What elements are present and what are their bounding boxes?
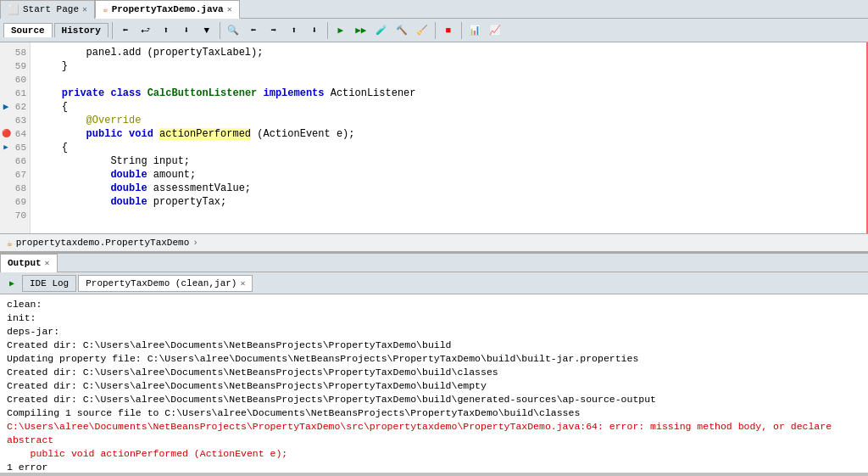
out-line-10: C:\Users\alree\Documents\NetBeansProject… [7, 420, 861, 447]
line-num-70: 70 [0, 209, 30, 222]
java-file-icon: ☕ [103, 3, 108, 14]
output-close-icon[interactable]: ✕ [45, 258, 50, 268]
breadcrumb-icon: ☕ [7, 238, 13, 249]
toolbar-btn-4[interactable]: ⬇ [177, 21, 196, 40]
output-tab-label: Output [8, 258, 42, 268]
property-tax-demo-label: PropertyTaxDemo (clean,jar) [86, 278, 236, 288]
tab-close-icon[interactable]: ✕ [82, 4, 87, 14]
out-line-6: Created dir: C:\Users\alree\Documents\Ne… [7, 366, 861, 379]
tab-property-tax-demo[interactable]: ☕ PropertyTaxDemo.java ✕ [95, 0, 240, 19]
output-tab[interactable]: Output ✕ [0, 254, 58, 272]
line-num-67: 67 [0, 168, 30, 182]
output-content[interactable]: clean: init: deps-jar: Created dir: C:\U… [0, 294, 868, 473]
separator-2 [220, 22, 220, 39]
separator [112, 22, 113, 39]
toolbar-btn-mem[interactable]: 📈 [486, 21, 504, 40]
tab-start-page[interactable]: ⬜ Start Page ✕ [0, 0, 95, 19]
line-num-58: 58 [0, 46, 30, 59]
line-num-65: ▶65 [0, 141, 30, 154]
property-tax-demo-tab[interactable]: PropertyTaxDemo (clean,jar) ✕ [78, 275, 253, 292]
separator-3 [327, 22, 328, 39]
breadcrumb-chevron-icon: › [192, 238, 198, 248]
code-line-67: double amount; [37, 168, 861, 182]
tab-bar: ⬜ Start Page ✕ ☕ PropertyTaxDemo.java ✕ [0, 0, 868, 19]
toolbar-btn-debug[interactable]: ▶▶ [352, 21, 370, 40]
line-num-63: 63 [0, 114, 30, 127]
tab-label: PropertyTaxDemo.java [112, 4, 224, 14]
out-line-3: deps-jar: [7, 325, 861, 339]
code-line-64: public void actionPerformed (ActionEvent… [37, 127, 861, 141]
toolbar-btn-stop[interactable]: ■ [439, 21, 458, 40]
out-line-1: clean: [7, 298, 861, 311]
code-line-65: { [37, 141, 861, 154]
out-line-7: Created dir: C:\Users\alree\Documents\Ne… [7, 379, 861, 393]
code-content[interactable]: panel.add (propertyTaxLabel); } private … [31, 42, 868, 233]
line-num-66: 66 [0, 154, 30, 168]
toolbar-btn-3[interactable]: ⬆ [157, 21, 175, 40]
out-line-9: Compiling 1 source file to C:\Users\alre… [7, 406, 861, 420]
output-run-btn[interactable]: ▶ [3, 275, 20, 292]
line-numbers: 58 59 60 61 ▶62 63 🔴64 ▶65 66 67 68 69 7… [0, 42, 31, 233]
out-line-4: Created dir: C:\Users\alree\Documents\Ne… [7, 339, 861, 352]
toolbar-btn-1[interactable]: ⬅ [116, 21, 135, 40]
start-page-icon: ⬜ [8, 4, 19, 15]
code-line-62: { [37, 100, 861, 114]
out-line-8: Created dir: C:\Users\alree\Documents\Ne… [7, 393, 861, 406]
code-line-60 [37, 73, 861, 87]
toolbar-btn-profile[interactable]: 📊 [465, 21, 484, 40]
history-tab[interactable]: History [54, 23, 108, 37]
output-tab-bar: Output ✕ [0, 254, 868, 272]
code-line-63: @Override [37, 114, 861, 127]
out-line-11: public void actionPerformed (ActionEvent… [7, 447, 861, 461]
out-line-12: 1 error [7, 461, 861, 473]
toolbar-btn-2[interactable]: ⮐ [136, 21, 155, 40]
line-num-62: ▶62 [0, 100, 30, 114]
line-num-60: 60 [0, 73, 30, 87]
separator-4 [435, 22, 436, 39]
line-num-59: 59 [0, 59, 30, 73]
code-line-58: panel.add (propertyTaxLabel); [37, 46, 861, 59]
toolbar-btn-run[interactable]: ▶ [331, 21, 350, 40]
toolbar-btn-10[interactable]: ⬇ [305, 21, 324, 40]
output-panel: Output ✕ ▶ IDE Log PropertyTaxDemo (clea… [0, 252, 868, 473]
toolbar-btn-8[interactable]: ➡ [264, 21, 283, 40]
toolbar-btn-clean[interactable]: 🧹 [413, 21, 431, 40]
ide-log-label: IDE Log [30, 278, 69, 288]
toolbar-btn-build[interactable]: 🔨 [392, 21, 411, 40]
output-toolbar: ▶ IDE Log PropertyTaxDemo (clean,jar) ✕ [0, 272, 868, 294]
code-line-59: } [37, 59, 861, 73]
out-line-2: init: [7, 311, 861, 325]
toolbar-btn-9[interactable]: ⬆ [285, 21, 303, 40]
code-line-66: String input; [37, 154, 861, 168]
editor-area: 58 59 60 61 ▶62 63 🔴64 ▶65 66 67 68 69 7… [0, 42, 868, 233]
line-num-69: 69 [0, 195, 30, 209]
line-num-68: 68 [0, 182, 30, 195]
breadcrumb-bar: ☕ propertytaxdemo.PropertyTaxDemo › [0, 233, 868, 252]
source-tab[interactable]: Source [3, 23, 53, 37]
editor-toolbar: Source History ⬅ ⮐ ⬆ ⬇ ▼ 🔍 ⬅ ➡ ⬆ ⬇ ▶ ▶▶ … [0, 19, 868, 42]
breadcrumb-text: propertytaxdemo.PropertyTaxDemo [16, 238, 190, 248]
toolbar-btn-5[interactable]: ▼ [198, 21, 216, 40]
ide-log-tab[interactable]: IDE Log [22, 275, 76, 292]
code-line-61: private class CalcButtonListener impleme… [37, 87, 861, 100]
tab-label: Start Page [23, 4, 79, 14]
inner-tab-close-icon[interactable]: ✕ [240, 278, 245, 288]
line-num-61: 61 [0, 87, 30, 100]
line-num-64: 🔴64 [0, 127, 30, 141]
tab-close-icon[interactable]: ✕ [227, 4, 232, 14]
toolbar-btn-7[interactable]: ⬅ [244, 21, 263, 40]
code-line-69: double propertyTax; [37, 195, 861, 209]
out-line-5: Updating property file: C:\Users\alree\D… [7, 352, 861, 366]
code-line-68: double assessmentValue; [37, 182, 861, 195]
code-line-70 [37, 209, 861, 222]
toolbar-btn-test[interactable]: 🧪 [372, 21, 391, 40]
separator-5 [461, 22, 462, 39]
toolbar-btn-6[interactable]: 🔍 [224, 21, 242, 40]
